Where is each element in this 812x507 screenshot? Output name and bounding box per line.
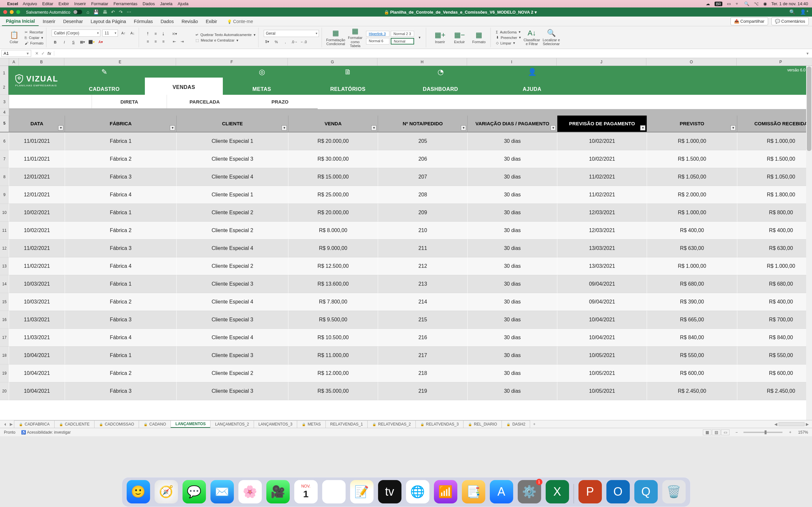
cell-previsto[interactable]: R$ 1.500,00 bbox=[647, 150, 737, 168]
cell-variacao[interactable]: 30 dias bbox=[468, 204, 557, 222]
cell-cliente[interactable]: Cliente Especial 3 bbox=[177, 150, 289, 168]
nav-dashboard[interactable]: ◔DASHBOARD bbox=[395, 66, 486, 95]
cell-cliente[interactable]: Cliente Especial 4 bbox=[177, 168, 289, 186]
cell-nota[interactable]: 209 bbox=[378, 204, 468, 222]
ribbon-tab-inserir[interactable]: Inserir bbox=[39, 17, 59, 25]
indent-left-icon[interactable]: ⇤ bbox=[171, 38, 178, 45]
nav-metas[interactable]: ◎METAS bbox=[223, 66, 301, 95]
menubar-clock[interactable]: Ter. 1 de nov. 14:40 bbox=[771, 1, 808, 6]
cell-previsao[interactable]: 10/05/2021 bbox=[557, 347, 647, 364]
insert-cells-button[interactable]: ▦+Inserir bbox=[432, 31, 449, 44]
row-header-3[interactable]: 3 bbox=[0, 95, 9, 109]
subnav-prazo[interactable]: PRAZO bbox=[242, 95, 318, 108]
col-header-b[interactable]: B bbox=[19, 58, 64, 66]
status-cloud-icon[interactable]: ☁︎ bbox=[706, 1, 710, 6]
filter-icon[interactable]: ▾ bbox=[551, 125, 556, 130]
dock-settings[interactable]: ⚙️1 bbox=[518, 480, 541, 503]
filter-icon[interactable]: ▾ bbox=[282, 125, 287, 130]
control-center-icon[interactable]: ⌥ bbox=[754, 1, 759, 6]
spotlight-icon[interactable]: 🔍 bbox=[744, 1, 749, 6]
name-box[interactable]: A1▾ bbox=[1, 50, 31, 57]
sheet-tab[interactable]: 🔒CADANO bbox=[139, 420, 171, 428]
status-accessibility[interactable]: ♿ Acessibilidade: investigar bbox=[21, 430, 70, 435]
cell-previsao[interactable]: 10/04/2021 bbox=[557, 311, 647, 329]
sheet-tab[interactable]: 🔒DASH2 bbox=[502, 420, 530, 428]
cell-data[interactable]: 12/01/2021 bbox=[9, 168, 65, 186]
cell-previsao[interactable]: 09/04/2021 bbox=[557, 275, 647, 293]
comments-button[interactable]: 💬 Comentários bbox=[771, 17, 809, 25]
cell-variacao[interactable]: 30 dias bbox=[468, 382, 557, 400]
row-header[interactable]: 11 bbox=[0, 222, 9, 239]
cell-comissao[interactable]: R$ 600,00 bbox=[737, 364, 812, 382]
cell-nota[interactable]: 218 bbox=[378, 364, 468, 382]
row-header[interactable]: 8 bbox=[0, 168, 9, 186]
dock-outlook[interactable]: O bbox=[606, 480, 630, 503]
row-header[interactable]: 15 bbox=[0, 293, 9, 311]
qat-home-icon[interactable]: ⌂ bbox=[87, 9, 89, 15]
menu-ferramentas[interactable]: Ferramentas bbox=[113, 1, 137, 6]
row-header[interactable]: 19 bbox=[0, 364, 9, 382]
cell-venda[interactable]: R$ 11.000,00 bbox=[289, 347, 378, 364]
zoom-slider[interactable] bbox=[744, 432, 782, 433]
cell-data[interactable]: 10/02/2021 bbox=[9, 204, 65, 222]
ribbon-tab-home[interactable]: Página Inicial bbox=[2, 17, 39, 26]
col-header-p[interactable]: P bbox=[737, 58, 812, 66]
hscroll-right-icon[interactable]: ▶ bbox=[805, 422, 810, 427]
decrease-decimal-icon[interactable]: ←.0 bbox=[300, 38, 307, 46]
cell-previsao[interactable]: 10/05/2021 bbox=[557, 382, 647, 400]
col-header-a[interactable]: A bbox=[9, 58, 19, 66]
ribbon-tab-formulas[interactable]: Fórmulas bbox=[130, 17, 157, 25]
autosum-button[interactable]: Σ AutoSoma ▾ bbox=[496, 30, 521, 34]
minimize-window[interactable] bbox=[10, 10, 14, 14]
cell-variacao[interactable]: 30 dias bbox=[468, 347, 557, 364]
cell-comissao[interactable]: R$ 400,00 bbox=[737, 222, 812, 239]
cell-fabrica[interactable]: Fábrica 3 bbox=[65, 382, 177, 400]
menu-editar[interactable]: Editar bbox=[42, 1, 53, 6]
th-comissao[interactable]: COMISSÃO RECEBIDA bbox=[737, 116, 812, 132]
row-header[interactable]: 6 bbox=[0, 132, 9, 150]
style-normal23[interactable]: Normal 2 3 bbox=[391, 31, 414, 37]
cell-data[interactable]: 10/04/2021 bbox=[9, 364, 65, 382]
cell-previsto[interactable]: R$ 2.000,00 bbox=[647, 186, 737, 204]
cell-venda[interactable]: R$ 9.000,00 bbox=[289, 239, 378, 258]
tell-me[interactable]: Conte-me bbox=[223, 17, 257, 25]
dock-powerpoint[interactable]: P bbox=[578, 480, 602, 503]
zoom-value[interactable]: 157% bbox=[798, 430, 808, 435]
cell-previsto[interactable]: R$ 600,00 bbox=[647, 364, 737, 382]
cell-nota[interactable]: 210 bbox=[378, 222, 468, 239]
cell-venda[interactable]: R$ 25.000,00 bbox=[289, 186, 378, 204]
align-center-icon[interactable]: ≡ bbox=[152, 38, 159, 45]
cell-comissao[interactable]: R$ 1.050,00 bbox=[737, 168, 812, 186]
paste-button[interactable]: 📋Colar bbox=[5, 31, 23, 44]
cell-venda[interactable]: R$ 13.600,00 bbox=[289, 275, 378, 293]
border-icon[interactable]: ▦▾ bbox=[79, 39, 86, 46]
row-header[interactable]: 7 bbox=[0, 150, 9, 168]
cell-nota[interactable]: 206 bbox=[378, 150, 468, 168]
sheet-nav-prev[interactable]: ▶ bbox=[8, 422, 14, 427]
cell-comissao[interactable]: R$ 400,00 bbox=[737, 293, 812, 311]
cell-previsao[interactable]: 10/04/2021 bbox=[557, 329, 647, 347]
cell-venda[interactable]: R$ 9.500,00 bbox=[289, 311, 378, 329]
dock-podcasts[interactable]: 📶 bbox=[434, 480, 457, 503]
cell-comissao[interactable]: R$ 1.000,00 bbox=[737, 258, 812, 275]
cell-cliente[interactable]: Cliente Especial 2 bbox=[177, 258, 289, 275]
sheet-tab[interactable]: RELATVENDAS_1 bbox=[325, 420, 368, 428]
menu-inserir[interactable]: Inserir bbox=[74, 1, 86, 6]
cell-variacao[interactable]: 30 dias bbox=[468, 364, 557, 382]
align-middle-icon[interactable]: ≡ bbox=[152, 30, 159, 37]
row-header[interactable]: 10 bbox=[0, 204, 9, 222]
cell-nota[interactable]: 211 bbox=[378, 239, 468, 258]
menu-ajuda[interactable]: Ajuda bbox=[177, 1, 188, 6]
th-fabrica[interactable]: FÁBRICA▾ bbox=[65, 116, 177, 132]
cell-data[interactable]: 11/03/2021 bbox=[9, 329, 65, 347]
cell-comissao[interactable]: R$ 1.800,00 bbox=[737, 186, 812, 204]
cell-previsao[interactable]: 12/03/2021 bbox=[557, 204, 647, 222]
dock-photos[interactable]: 🌸 bbox=[239, 480, 262, 503]
cell-data[interactable]: 12/01/2021 bbox=[9, 186, 65, 204]
fill-button[interactable]: ⬇ Preencher ▾ bbox=[496, 36, 521, 40]
cell-nota[interactable]: 208 bbox=[378, 186, 468, 204]
clear-button[interactable]: ◇ Limpar ▾ bbox=[496, 41, 521, 45]
col-header-f[interactable]: F bbox=[176, 58, 288, 66]
cell-nota[interactable]: 207 bbox=[378, 168, 468, 186]
cell-variacao[interactable]: 30 dias bbox=[468, 275, 557, 293]
